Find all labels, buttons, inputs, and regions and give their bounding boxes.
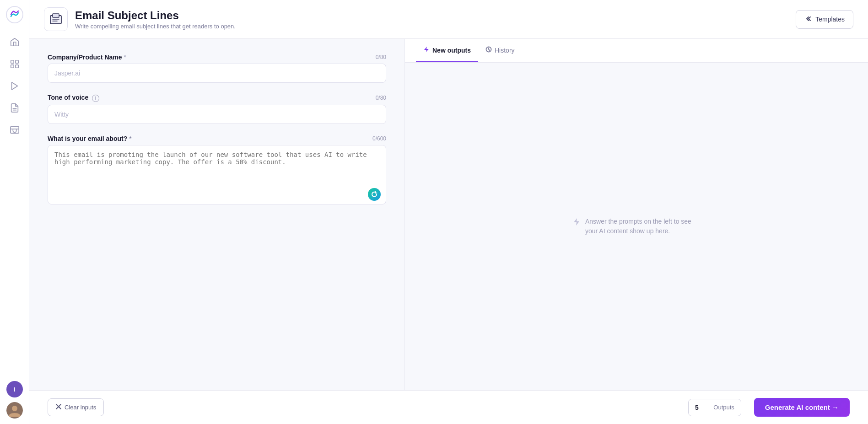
svg-marker-15 <box>424 47 429 52</box>
tone-label: Tone of voice i <box>48 94 99 102</box>
email-label-row: What is your email about? * 0/600 <box>48 135 386 142</box>
svg-rect-2 <box>15 60 18 63</box>
empty-state-text: Answer the prompts on the left to see yo… <box>585 217 701 236</box>
company-input[interactable] <box>48 64 386 83</box>
svg-rect-4 <box>15 65 18 68</box>
svg-rect-3 <box>11 65 13 68</box>
outputs-count-input[interactable] <box>689 399 712 416</box>
tool-icon-box <box>44 7 68 31</box>
company-field-group: Company/Product Name * 0/80 <box>48 54 386 83</box>
tone-input[interactable] <box>48 105 386 124</box>
user-avatar[interactable] <box>6 402 23 419</box>
logo[interactable] <box>5 5 24 24</box>
main-content: Email Subject Lines Write compelling ema… <box>29 0 868 424</box>
clock-icon <box>485 46 492 54</box>
outputs-group: Outputs <box>688 399 741 416</box>
user-initial-button[interactable]: I <box>6 381 23 397</box>
lightning-icon <box>423 46 430 54</box>
refresh-button[interactable] <box>368 188 381 201</box>
clear-inputs-button[interactable]: Clear inputs <box>48 398 104 416</box>
company-char-count: 0/80 <box>376 54 386 60</box>
company-label-row: Company/Product Name * 0/80 <box>48 54 386 61</box>
sidebar-item-compose[interactable] <box>5 77 24 95</box>
generate-button[interactable]: Generate AI content → <box>754 398 850 417</box>
sidebar-item-home[interactable] <box>5 33 24 51</box>
sidebar: I <box>0 0 29 424</box>
email-textarea-wrapper <box>48 145 386 206</box>
sidebar-item-templates[interactable] <box>5 55 24 73</box>
email-char-count: 0/600 <box>372 135 386 142</box>
chevrons-left-icon <box>804 15 812 24</box>
sidebar-item-docs[interactable] <box>5 99 24 117</box>
right-empty-state: Answer the prompts on the left to see yo… <box>405 63 868 390</box>
templates-button[interactable]: Templates <box>796 10 853 29</box>
svg-point-10 <box>12 406 17 411</box>
left-panel: Company/Product Name * 0/80 Tone of voic… <box>29 39 404 390</box>
tone-field-group: Tone of voice i 0/80 <box>48 94 386 124</box>
email-label: What is your email about? * <box>48 135 132 142</box>
header: Email Subject Lines Write compelling ema… <box>29 0 868 39</box>
templates-label: Templates <box>815 16 845 23</box>
empty-state-container: Answer the prompts on the left to see yo… <box>572 217 701 236</box>
right-tabs: New outputs History <box>405 39 868 63</box>
tab-new-outputs[interactable]: New outputs <box>416 39 478 62</box>
page-title: Email Subject Lines <box>75 9 236 22</box>
page-subtitle: Write compelling email subject lines tha… <box>75 23 236 30</box>
header-left: Email Subject Lines Write compelling ema… <box>44 7 236 31</box>
svg-rect-12 <box>53 14 59 17</box>
header-text: Email Subject Lines Write compelling ema… <box>75 9 236 30</box>
sidebar-bottom: I <box>6 381 23 419</box>
tone-char-count: 0/80 <box>376 95 386 101</box>
content-area: Company/Product Name * 0/80 Tone of voic… <box>29 39 868 390</box>
x-icon <box>55 403 62 411</box>
email-field-group: What is your email about? * 0/600 <box>48 135 386 206</box>
footer-bar: Clear inputs Outputs Generate AI content… <box>29 390 868 424</box>
empty-lightning-icon <box>572 218 581 228</box>
tone-info-icon[interactable]: i <box>92 95 99 102</box>
tone-label-row: Tone of voice i 0/80 <box>48 94 386 102</box>
svg-marker-17 <box>574 218 579 225</box>
svg-rect-1 <box>11 60 13 63</box>
email-textarea[interactable] <box>48 145 386 204</box>
right-panel: New outputs History <box>404 39 868 390</box>
sidebar-item-inbox[interactable] <box>5 121 24 139</box>
company-label: Company/Product Name * <box>48 54 126 61</box>
outputs-label: Outputs <box>712 399 741 415</box>
tab-history[interactable]: History <box>478 39 522 62</box>
svg-marker-5 <box>11 82 17 90</box>
